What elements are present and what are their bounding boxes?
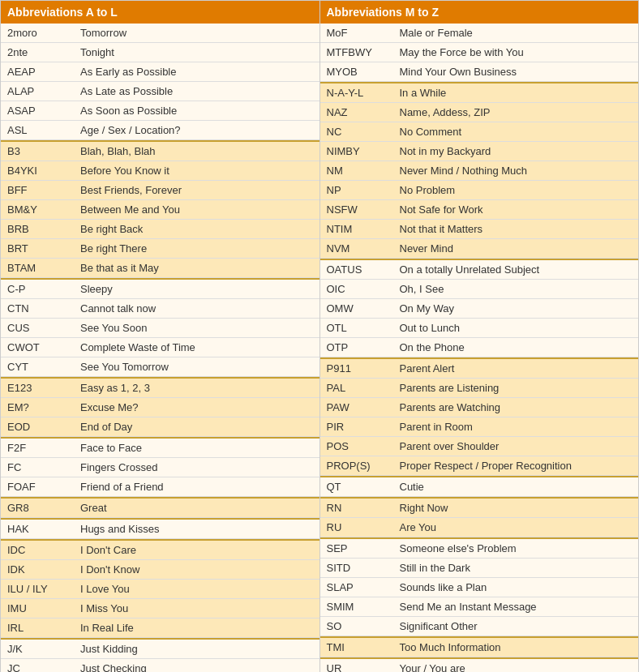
meaning-cell: Just Checking bbox=[74, 659, 320, 672]
meaning-cell: Name, Addess, ZIP bbox=[393, 103, 639, 122]
table-row: POSParent over Shoulder bbox=[320, 437, 639, 456]
abbreviation-cell: SLAP bbox=[320, 578, 393, 597]
table-row: NPNo Problem bbox=[320, 181, 639, 200]
table-row: B3Blah, Blah, Blah bbox=[1, 140, 320, 161]
abbreviation-cell: IDK bbox=[1, 560, 74, 579]
meaning-cell: I Love You bbox=[74, 580, 320, 598]
table-row: PROP(S)Proper Respect / Proper Recogniti… bbox=[320, 456, 639, 476]
table-row: PIRParent in Room bbox=[320, 417, 639, 437]
table-row: IDKI Don't Know bbox=[1, 560, 320, 580]
meaning-cell: Complete Waste of Time bbox=[74, 338, 320, 357]
table-row: SLAPSounds like a Plan bbox=[320, 578, 639, 597]
abbreviation-cell: CYT bbox=[1, 357, 74, 376]
abbreviation-cell: B4YKI bbox=[1, 161, 74, 180]
abbreviation-cell: N-A-Y-L bbox=[320, 83, 393, 102]
abbreviation-cell: IRL bbox=[1, 618, 74, 637]
table-row: MTFBWYMay the Force be with You bbox=[320, 43, 639, 62]
abbreviation-cell: OATUS bbox=[320, 260, 393, 279]
abbreviation-cell: BM&Y bbox=[1, 200, 74, 219]
left-column: Abbreviations A to L 2moroTomorrow2nteTo… bbox=[0, 0, 320, 672]
left-rows: 2moroTomorrow2nteTonightAEAPAs Early as … bbox=[1, 24, 320, 672]
meaning-cell: Parent Alert bbox=[393, 359, 639, 378]
abbreviation-cell: OTP bbox=[320, 338, 393, 357]
abbreviation-cell: NP bbox=[320, 181, 393, 199]
table-row: 2nteTonight bbox=[1, 43, 320, 62]
meaning-cell: Never Mind bbox=[393, 239, 639, 258]
meaning-cell: Excuse Me? bbox=[74, 398, 320, 417]
left-header: Abbreviations A to L bbox=[1, 1, 320, 24]
table-row: BFFBest Friends, Forever bbox=[1, 181, 320, 200]
meaning-cell: Sounds like a Plan bbox=[393, 578, 639, 597]
abbreviation-cell: P911 bbox=[320, 359, 393, 378]
table-row: PAWParents are Watching bbox=[320, 398, 639, 417]
meaning-cell: No Comment bbox=[393, 122, 639, 141]
table-row: FOAFFriend of a Friend bbox=[1, 477, 320, 497]
meaning-cell: See You Soon bbox=[74, 319, 320, 337]
abbreviation-cell: AEAP bbox=[1, 62, 74, 81]
meaning-cell: I Don't Care bbox=[74, 541, 320, 559]
abbreviation-cell: CUS bbox=[1, 319, 74, 337]
abbreviation-cell: CTN bbox=[1, 299, 74, 318]
table-row: JCJust Checking bbox=[1, 659, 320, 672]
meaning-cell: May the Force be with You bbox=[393, 43, 639, 62]
meaning-cell: Too Much Information bbox=[393, 638, 639, 657]
table-row: NSFWNot Safe for Work bbox=[320, 200, 639, 220]
abbreviation-cell: ALAP bbox=[1, 82, 74, 101]
abbreviation-cell: FOAF bbox=[1, 477, 74, 496]
abbreviation-cell: JC bbox=[1, 659, 74, 672]
table-row: NMNever Mind / Nothing Much bbox=[320, 161, 639, 181]
table-row: ASLAge / Sex / Location? bbox=[1, 121, 320, 140]
main-container: Abbreviations A to L 2moroTomorrow2nteTo… bbox=[0, 0, 639, 672]
table-row: IDCI Don't Care bbox=[1, 539, 320, 560]
table-row: SMIMSend Me an Instant Message bbox=[320, 597, 639, 617]
table-row: QTCutie bbox=[320, 476, 639, 497]
abbreviation-cell: NM bbox=[320, 161, 393, 180]
meaning-cell: As Late as Possible bbox=[74, 82, 320, 101]
table-row: SOSignificant Other bbox=[320, 617, 639, 636]
table-row: HAKHugs and Kisses bbox=[1, 518, 320, 539]
meaning-cell: As Soon as Possible bbox=[74, 101, 320, 120]
abbreviation-cell: F2F bbox=[1, 439, 74, 457]
table-row: CWOTComplete Waste of Time bbox=[1, 338, 320, 357]
table-row: BTAMBe that as it May bbox=[1, 259, 320, 278]
table-row: CYTSee You Tomorrow bbox=[1, 357, 320, 377]
meaning-cell: Between Me and You bbox=[74, 200, 320, 219]
meaning-cell: Male or Female bbox=[393, 24, 639, 42]
meaning-cell: Best Friends, Forever bbox=[74, 181, 320, 199]
abbreviation-cell: 2moro bbox=[1, 24, 74, 42]
meaning-cell: Send Me an Instant Message bbox=[393, 597, 639, 616]
table-row: OTPOn the Phone bbox=[320, 338, 639, 357]
meaning-cell: Easy as 1, 2, 3 bbox=[74, 379, 320, 397]
table-row: ALAPAs Late as Possible bbox=[1, 82, 320, 101]
meaning-cell: Not that it Matters bbox=[393, 220, 639, 238]
meaning-cell: Face to Face bbox=[74, 439, 320, 457]
table-row: SITDStill in the Dark bbox=[320, 559, 639, 578]
table-row: N-A-Y-LIn a While bbox=[320, 82, 639, 103]
meaning-cell: Cutie bbox=[393, 477, 639, 496]
meaning-cell: Right Now bbox=[393, 499, 639, 517]
meaning-cell: End of Day bbox=[74, 417, 320, 436]
meaning-cell: Parents are Listening bbox=[393, 379, 639, 397]
meaning-cell: On My Way bbox=[393, 299, 639, 318]
meaning-cell: Mind Your Own Business bbox=[393, 62, 639, 81]
abbreviation-cell: B3 bbox=[1, 142, 74, 161]
abbreviation-cell: NIMBY bbox=[320, 142, 393, 161]
table-row: GR8Great bbox=[1, 497, 320, 518]
abbreviation-cell: J/K bbox=[1, 640, 74, 658]
abbreviation-cell: EOD bbox=[1, 417, 74, 436]
table-row: SEPSomeone else's Problem bbox=[320, 537, 639, 559]
abbreviation-cell: PAL bbox=[320, 379, 393, 397]
table-row: B4YKIBefore You Know it bbox=[1, 161, 320, 181]
abbreviation-cell: OIC bbox=[320, 280, 393, 298]
abbreviation-cell: ASAP bbox=[1, 101, 74, 120]
abbreviation-cell: PIR bbox=[320, 417, 393, 436]
abbreviation-cell: BRB bbox=[1, 220, 74, 238]
meaning-cell: I Miss You bbox=[74, 599, 320, 618]
abbreviation-cell: BFF bbox=[1, 181, 74, 199]
meaning-cell: In Real Life bbox=[74, 618, 320, 637]
abbreviation-cell: IDC bbox=[1, 541, 74, 559]
meaning-cell: Oh, I See bbox=[393, 280, 639, 298]
table-row: RNRight Now bbox=[320, 497, 639, 518]
table-row: EODEnd of Day bbox=[1, 417, 320, 437]
meaning-cell: Tonight bbox=[74, 43, 320, 62]
